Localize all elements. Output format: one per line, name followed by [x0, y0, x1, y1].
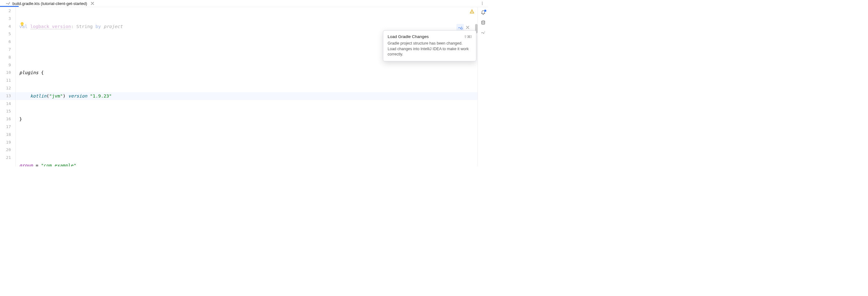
file-tab[interactable]: build.gradle.kts (tutorial-client-get-st…	[2, 0, 98, 7]
line-number: 11	[0, 77, 11, 84]
editor-tab-bar: build.gradle.kts (tutorial-client-get-st…	[0, 0, 488, 7]
editor[interactable]: 2 3 4 5 6 7 8 9 10 11 12 13 14 15 16 17 …	[0, 7, 477, 167]
line-number: 9	[0, 61, 11, 69]
line-number: 14	[0, 100, 11, 108]
svg-point-1	[482, 2, 483, 2]
gradle-file-icon	[6, 1, 10, 6]
line-number: 19	[0, 139, 11, 146]
right-toolstrip	[477, 7, 488, 167]
notifications-icon[interactable]	[479, 9, 487, 17]
popover-body: Gradle project structure has been change…	[388, 41, 472, 57]
popover-shortcut: ⇧⌘I	[464, 35, 472, 39]
line-number: 5	[0, 30, 11, 38]
svg-point-0	[9, 3, 9, 3]
line-number: 12	[0, 84, 11, 92]
gradle-reload-icon[interactable]	[457, 24, 464, 31]
svg-point-2	[482, 3, 483, 4]
svg-point-8	[482, 21, 485, 22]
line-number: 20	[0, 146, 11, 154]
warning-indicator-icon[interactable]	[469, 9, 474, 14]
intention-bulb-icon[interactable]	[20, 22, 25, 27]
line-number: 4	[0, 23, 11, 31]
line-number: 17	[0, 123, 11, 131]
line-number: 8	[0, 54, 11, 61]
line-number: 21	[0, 154, 11, 162]
svg-point-7	[461, 28, 463, 30]
file-tab-label: build.gradle.kts (tutorial-client-get-st…	[12, 1, 87, 6]
svg-point-4	[21, 22, 24, 25]
line-gutter: 2 3 4 5 6 7 8 9 10 11 12 13 14 15 16 17 …	[0, 7, 16, 167]
gradle-reload-banner	[457, 24, 471, 31]
svg-rect-6	[472, 12, 472, 13]
line-number: 2	[0, 7, 11, 15]
line-number: 6	[0, 38, 11, 46]
line-number: 15	[0, 108, 11, 115]
svg-rect-5	[472, 11, 472, 12]
line-number: 3	[0, 15, 11, 23]
popover-title: Load Gradle Changes	[388, 34, 429, 39]
line-number: 7	[0, 46, 11, 54]
database-icon[interactable]	[479, 19, 487, 27]
svg-point-3	[482, 4, 483, 5]
line-number: 16	[0, 115, 11, 123]
gradle-reload-close-icon[interactable]	[465, 24, 471, 31]
close-tab-icon[interactable]	[90, 1, 95, 6]
load-gradle-popover: Load Gradle Changes ⇧⌘I Gradle project s…	[383, 30, 476, 61]
tab-more-icon[interactable]	[479, 0, 486, 7]
gradle-toolwindow-icon[interactable]	[479, 29, 487, 36]
line-number: 13	[0, 92, 11, 100]
line-number: 10	[0, 69, 11, 77]
line-number: 18	[0, 131, 11, 139]
